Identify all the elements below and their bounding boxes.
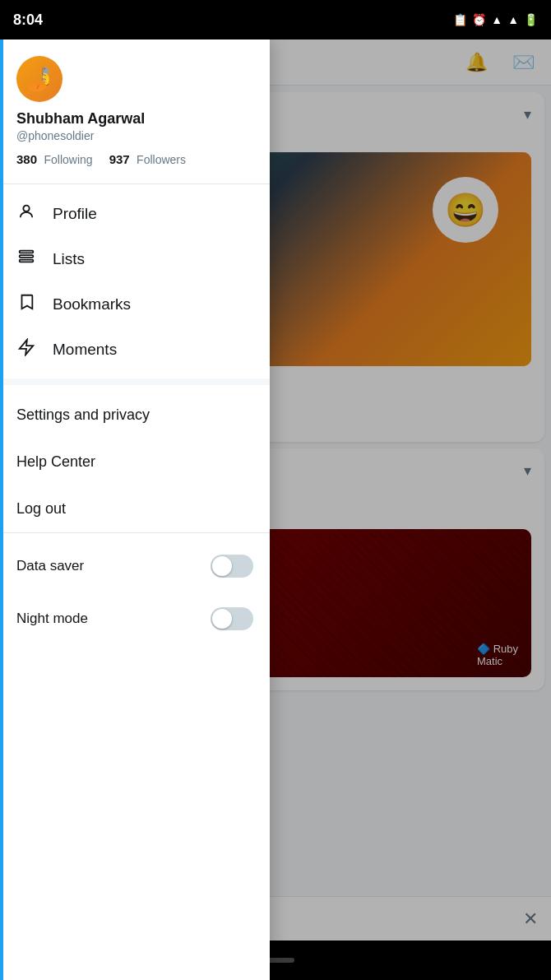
following-stat[interactable]: 380 Following [16, 152, 93, 167]
nav-item-lists[interactable]: Lists [0, 236, 270, 281]
following-count: 380 [16, 152, 37, 166]
svg-rect-2 [20, 255, 34, 258]
blue-accent [0, 39, 3, 980]
moments-label: Moments [53, 341, 117, 359]
profile-label: Profile [53, 205, 97, 223]
lists-label: Lists [53, 250, 85, 268]
nav-item-profile[interactable]: Profile [0, 191, 270, 236]
side-drawer: 🤳 Shubham Agarwal @phonesoldier 380 Foll… [0, 39, 270, 980]
data-saver-toggle[interactable] [211, 555, 253, 578]
night-mode-toggle[interactable] [211, 607, 253, 630]
svg-rect-3 [20, 260, 34, 262]
lists-icon [16, 248, 36, 270]
help-center-item[interactable]: Help Center [0, 439, 270, 485]
avatar[interactable]: 🤳 [16, 56, 63, 102]
followers-stat[interactable]: 937 Followers [109, 152, 186, 167]
nav-item-moments[interactable]: Moments [0, 327, 270, 372]
user-handle: @phonesoldier [16, 129, 253, 142]
logout-item[interactable]: Log out [0, 485, 270, 532]
nav-item-bookmarks[interactable]: Bookmarks [0, 281, 270, 327]
following-label: Following [44, 153, 92, 166]
drawer-stats: 380 Following 937 Followers [16, 152, 253, 167]
drawer-divider-thick [0, 379, 270, 385]
data-saver-row: Data saver [0, 540, 270, 592]
followers-count: 937 [109, 152, 130, 166]
status-bar: 8:04 📋 ⏰ ▲ ▲ 🔋 [0, 0, 551, 39]
svg-point-0 [23, 206, 29, 211]
help-center-label: Help Center [16, 453, 95, 470]
bookmarks-label: Bookmarks [53, 295, 131, 314]
settings-privacy-item[interactable]: Settings and privacy [0, 392, 270, 439]
wifi-status-icon: ▲ [491, 13, 502, 26]
svg-rect-1 [20, 251, 34, 253]
toggle-section: Data saver Night mode [0, 532, 270, 652]
status-icons: 📋 ⏰ ▲ ▲ 🔋 [453, 13, 538, 26]
user-name: Shubham Agarwal [16, 110, 253, 128]
drawer-header: 🤳 Shubham Agarwal @phonesoldier 380 Foll… [0, 39, 270, 177]
logout-label: Log out [16, 500, 66, 517]
avatar-emoji: 🤳 [25, 66, 54, 93]
battery-status-icon: 🔋 [524, 13, 538, 26]
moments-icon [16, 338, 36, 360]
profile-icon [16, 202, 36, 225]
clipboard-status-icon: 📋 [453, 13, 467, 26]
night-mode-label: Night mode [16, 611, 88, 627]
signal-status-icon: ▲ [507, 13, 519, 26]
settings-privacy-label: Settings and privacy [16, 406, 150, 423]
time-display: 8:04 [13, 12, 43, 29]
night-mode-row: Night mode [0, 592, 270, 645]
followers-label: Followers [137, 153, 186, 166]
drawer-divider-1 [0, 183, 270, 184]
svg-marker-4 [20, 340, 34, 355]
alarm-status-icon: ⏰ [472, 13, 486, 26]
bookmarks-icon [16, 293, 36, 315]
data-saver-label: Data saver [16, 558, 84, 574]
